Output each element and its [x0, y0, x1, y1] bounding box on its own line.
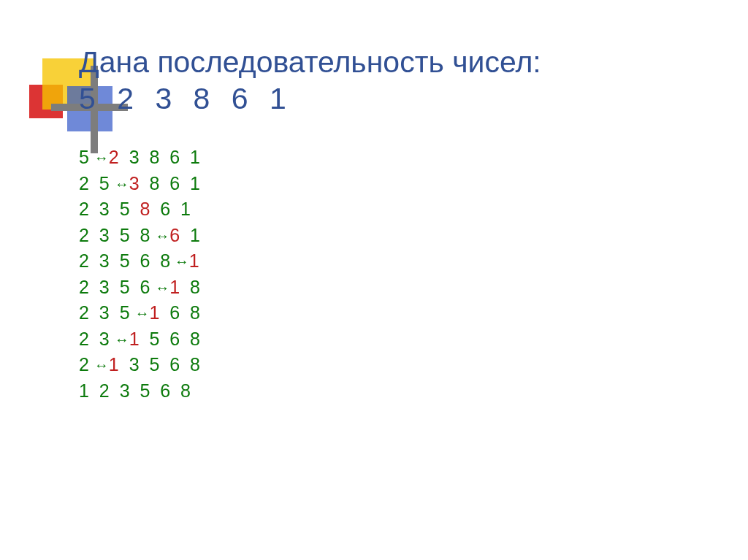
number: 5: [120, 250, 130, 271]
highlight-number: 2: [109, 147, 119, 167]
number: 2: [79, 173, 89, 193]
number: 6: [169, 173, 180, 193]
number: 8: [140, 225, 150, 245]
number: 5: [149, 354, 159, 375]
sort-step-row: 2 3 5 6 8 ↔1: [79, 248, 748, 275]
number: 6: [169, 329, 180, 349]
number: 6: [169, 354, 180, 375]
number: 8: [180, 380, 191, 401]
highlight-number: 1: [169, 277, 180, 297]
sort-step-row: 2 3 5 8 ↔6 1: [79, 223, 748, 249]
number: 5: [140, 380, 150, 401]
number: 3: [99, 277, 110, 297]
sort-step-row: 2 3 5 6 ↔1 8: [79, 275, 748, 301]
number: 1: [79, 380, 89, 401]
number: 1: [190, 225, 200, 245]
number: 3: [129, 147, 140, 167]
number: 5: [149, 329, 159, 349]
number: 6: [160, 380, 170, 401]
number: 6: [169, 302, 180, 323]
title-sequence: 5 2 3 8 6 1: [79, 82, 288, 115]
number: 2: [99, 380, 110, 401]
number: 5: [79, 147, 89, 167]
sort-step-row: 2 3 5 ↔1 6 8: [79, 300, 748, 326]
title-line-1: Дана последовательность чисел:: [79, 45, 541, 79]
number: 8: [190, 277, 200, 297]
swap-arrow-icon: ↔: [170, 251, 189, 272]
highlight-number: 3: [129, 173, 140, 193]
sort-step-row: 1 2 3 5 6 8: [79, 378, 748, 404]
number: 6: [140, 277, 150, 297]
sort-steps: 5 ↔2 3 8 6 12 5 ↔3 8 6 12 3 5 8 6 12 3 5…: [79, 145, 748, 404]
number: 2: [79, 329, 89, 349]
number: 2: [79, 225, 89, 245]
number: 5: [120, 302, 130, 323]
number: 2: [79, 277, 89, 297]
slide-content: Дана последовательность чисел: 5 2 3 8 6…: [0, 0, 748, 404]
swap-arrow-icon: ↔: [94, 355, 109, 375]
number: 5: [99, 173, 110, 193]
number: 3: [120, 380, 130, 401]
number: 6: [140, 250, 150, 271]
number: 3: [129, 354, 140, 375]
number: 8: [149, 173, 159, 193]
number: 8: [149, 147, 159, 167]
number: 5: [120, 277, 130, 297]
highlight-number: 6: [169, 225, 180, 245]
number: 2: [79, 302, 89, 323]
highlight-number: 1: [189, 250, 199, 271]
swap-arrow-icon: ↔: [94, 147, 109, 168]
number: 5: [120, 225, 130, 245]
number: 1: [190, 147, 200, 167]
number: 2: [79, 354, 89, 375]
number: 6: [169, 147, 180, 167]
number: 6: [160, 199, 170, 219]
highlight-number: 1: [109, 354, 119, 375]
swap-arrow-icon: ↔: [134, 303, 149, 323]
swap-arrow-icon: ↔: [115, 329, 129, 350]
number: 3: [99, 199, 110, 219]
number: 3: [99, 250, 110, 271]
number: 1: [190, 173, 200, 193]
number: 1: [180, 199, 191, 219]
highlight-number: 1: [129, 329, 140, 349]
number: 2: [79, 199, 89, 219]
highlight-number: 8: [140, 199, 150, 219]
sort-step-row: 2 ↔1 3 5 6 8: [79, 352, 748, 378]
number: 8: [190, 302, 200, 323]
highlight-number: 1: [149, 302, 159, 323]
swap-arrow-icon: ↔: [115, 174, 129, 194]
sort-step-row: 2 5 ↔3 8 6 1: [79, 171, 748, 197]
number: 2: [79, 250, 89, 271]
number: 3: [99, 225, 110, 245]
number: 3: [99, 329, 110, 349]
number: 8: [190, 354, 200, 375]
number: 5: [120, 199, 130, 219]
sort-step-row: 2 3 5 8 6 1: [79, 196, 748, 223]
sort-step-row: 5 ↔2 3 8 6 1: [79, 145, 748, 171]
swap-arrow-icon: ↔: [155, 277, 169, 298]
slide-title: Дана последовательность чисел: 5 2 3 8 6…: [79, 44, 748, 117]
number: 8: [160, 250, 170, 271]
number: 3: [99, 302, 110, 323]
sort-step-row: 2 3 ↔1 5 6 8: [79, 326, 748, 353]
swap-arrow-icon: ↔: [155, 226, 169, 246]
number: 8: [190, 329, 200, 349]
